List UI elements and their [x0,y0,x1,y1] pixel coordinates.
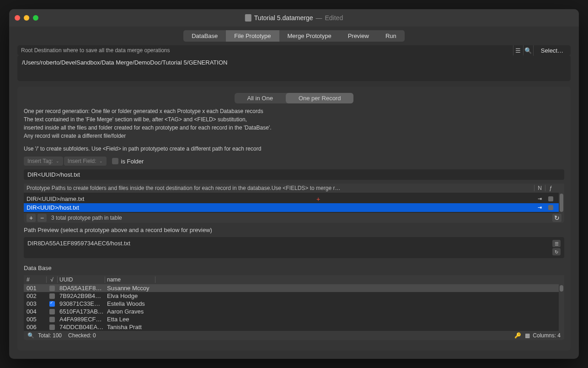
content: Root Destination where to save all the d… [9,45,579,359]
row-checkbox[interactable] [49,286,55,291]
tab-file-prototype[interactable]: File Prototype [226,30,279,42]
prototype-path-input[interactable]: DIR<UUID>/host.txt [24,169,564,180]
preview-label: Path Preview (select a prototype above a… [24,227,564,233]
table-row[interactable]: 003930871C33E…Estella Woods [24,300,559,308]
plus-icon: + [316,195,320,203]
is-folder-label: is Folder [121,158,144,165]
prototype-panel: All in One One per Record One per record… [17,87,571,351]
maximize-icon[interactable] [33,15,38,21]
chevron-down-icon: ⌄ [56,159,59,163]
file-icon [245,14,251,22]
preview-value: DIR8DA55A1EF8959734AEC6/host.txt [27,240,552,255]
refresh-icon[interactable]: ↻ [552,248,561,255]
main-tabs: DataBase File Prototype Merge Prototype … [9,27,579,45]
tab-run[interactable]: Run [377,30,405,42]
remove-button[interactable]: − [37,214,47,222]
list-icon[interactable]: ☰ [552,240,561,247]
database-footer: 🔍 Total: 100 Checked: 0 🔑 ▦ Columns: 4 [24,331,564,340]
tab-preview[interactable]: Preview [340,30,377,42]
title-text: Tutorial 5.datamerge [254,14,313,22]
row-checkbox[interactable] [49,317,55,322]
refresh-icon[interactable]: ↻ [552,214,561,222]
description: One per record generation: One file or f… [24,107,564,153]
destination-bar: Root Destination where to save all the d… [17,45,571,55]
expand-icon[interactable]: ⇥ [534,196,545,202]
row-checkbox[interactable] [49,301,55,307]
prototype-row[interactable]: DIR/<UUID>/name.txt + ⇥ [24,195,559,203]
database-label: Data Base [24,265,564,271]
titlebar: Tutorial 5.datamerge — Edited [9,9,579,27]
folder-checkbox[interactable] [548,196,553,201]
scrollbar[interactable] [559,284,564,331]
list-icon[interactable]: ☰ [513,45,523,55]
is-folder-checkbox[interactable] [112,158,118,164]
table-row[interactable]: 0018DA55A1EF8…Susanne Mccoy [24,284,559,292]
preview-box: DIR8DA55A1EF8959734AEC6/host.txt ☰ ↻ [24,237,564,258]
columns-icon[interactable]: ▦ [525,332,530,339]
tab-database[interactable]: DataBase [183,30,226,42]
insert-field-dropdown[interactable]: Insert Field:⌄ [64,157,107,166]
traffic-lights [15,15,38,21]
select-button[interactable]: Select… [533,45,571,56]
add-button[interactable]: + [27,214,36,222]
destination-label: Root Destination where to save all the d… [17,45,513,55]
app-window: Tutorial 5.datamerge — Edited DataBase F… [9,9,579,359]
key-icon[interactable]: 🔑 [514,332,521,339]
mode-segment: All in One One per Record [235,93,354,103]
table-row[interactable]: 00674DDCB04EA…Tanisha Pratt [24,323,559,331]
row-checkbox[interactable] [49,309,55,314]
row-checkbox[interactable] [49,293,55,299]
destination-path[interactable]: /Users/roberto/DevelSandbox/Data Merge/D… [17,55,571,81]
search-icon[interactable]: 🔍 [523,45,533,55]
search-icon[interactable]: 🔍 [27,332,34,339]
folder-checkbox[interactable] [548,205,553,210]
table-row[interactable]: 005A4FA989ECF…Etta Lee [24,315,559,323]
chevron-down-icon: ⌄ [99,159,103,163]
expand-icon[interactable]: ⇥ [534,205,545,211]
prototype-row[interactable]: DIR<UUID>/host.txt ⇥ [24,203,559,212]
close-icon[interactable] [15,15,20,21]
table-row[interactable]: 0046510FA173AB…Aaron Graves [24,308,559,315]
table-row[interactable]: 0027B92A2B9B4…Elva Hodge [24,292,559,300]
mode-all-in-one[interactable]: All in One [235,93,286,103]
insert-controls: Insert Tag:⌄ Insert Field:⌄ is Folder [24,157,564,166]
mode-one-per-record[interactable]: One per Record [286,93,354,103]
window-title: Tutorial 5.datamerge — Edited [245,14,343,22]
title-status: Edited [325,14,343,22]
prototype-table: Prototype Paths to create folders and fi… [24,184,564,223]
scrollbar[interactable] [559,193,564,213]
insert-tag-dropdown[interactable]: Insert Tag:⌄ [24,157,63,166]
prototype-table-header: Prototype Paths to create folders and fi… [24,184,564,193]
tab-merge-prototype[interactable]: Merge Prototype [279,30,340,42]
minimize-icon[interactable] [24,15,29,21]
database-header: # √ UUID name [24,275,564,284]
prototype-footer: + − 3 total prototype path in table ↻ [24,213,564,223]
row-checkbox[interactable] [49,325,55,330]
database-table: # √ UUID name 0018DA55A1EF8…Susanne Mcco… [24,275,564,340]
title-dash: — [315,14,322,22]
